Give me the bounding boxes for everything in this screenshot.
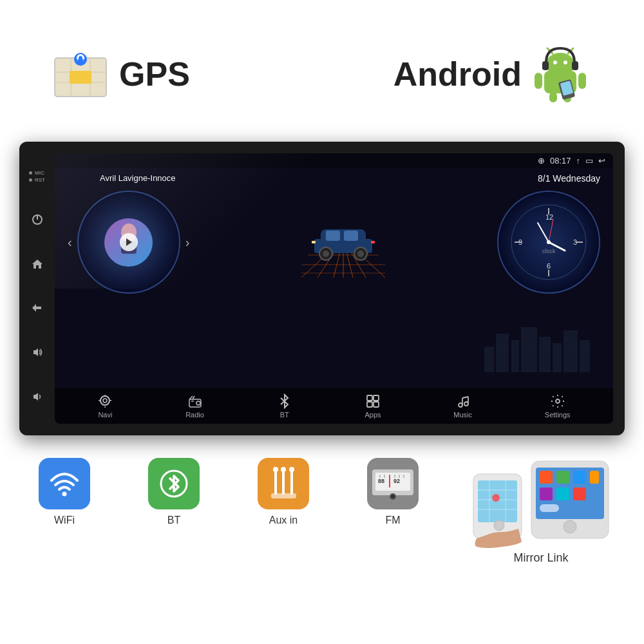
svg-rect-73 bbox=[564, 330, 578, 372]
city-bg bbox=[484, 308, 600, 372]
navi-label: Navi bbox=[98, 411, 112, 419]
nav-settings[interactable]: Settings bbox=[545, 393, 571, 419]
svg-rect-90 bbox=[374, 402, 379, 407]
svg-rect-89 bbox=[367, 402, 372, 407]
status-bar: ⊕ 08:17 ↑ ▭ ↩ bbox=[55, 153, 613, 168]
svg-rect-82 bbox=[189, 399, 201, 407]
wifi-icon-box bbox=[39, 458, 90, 509]
svg-point-96 bbox=[556, 399, 560, 403]
svg-rect-67 bbox=[484, 346, 494, 372]
time-display: 08:17 bbox=[550, 156, 571, 166]
car-visualization bbox=[301, 207, 385, 278]
front-phone-icon bbox=[470, 471, 535, 548]
svg-rect-46 bbox=[344, 231, 358, 241]
nav-apps[interactable]: Apps bbox=[365, 393, 381, 419]
window-icon: ▭ bbox=[585, 156, 593, 166]
aux-feature: Aux in bbox=[251, 458, 316, 526]
svg-rect-45 bbox=[326, 231, 340, 241]
nav-music[interactable]: Music bbox=[453, 393, 472, 419]
nav-navi[interactable]: Navi bbox=[97, 393, 113, 419]
fm-label: FM bbox=[385, 515, 400, 526]
svg-rect-69 bbox=[511, 340, 519, 372]
svg-text:88: 88 bbox=[378, 478, 384, 484]
power-button[interactable] bbox=[27, 209, 48, 230]
gps-label: GPS bbox=[119, 55, 190, 93]
fm-feature: 88 92 FM bbox=[361, 458, 425, 526]
aux-icon-box bbox=[258, 458, 309, 509]
svg-point-77 bbox=[103, 399, 107, 402]
svg-line-95 bbox=[462, 397, 468, 398]
volume-up-button[interactable] bbox=[27, 342, 48, 363]
svg-point-66 bbox=[547, 240, 551, 244]
prev-track-button[interactable]: ‹ bbox=[68, 235, 72, 250]
top-section: GPS Android bbox=[0, 0, 644, 142]
svg-point-102 bbox=[281, 467, 286, 472]
svg-rect-51 bbox=[312, 241, 316, 243]
nav-radio[interactable]: Radio bbox=[185, 393, 204, 419]
svg-rect-72 bbox=[553, 343, 562, 372]
navi-icon bbox=[97, 393, 113, 409]
fm-icon-box: 88 92 bbox=[367, 458, 419, 509]
svg-rect-123 bbox=[573, 471, 586, 484]
svg-point-100 bbox=[273, 467, 278, 472]
date-display: 8/1 Wednesday bbox=[538, 173, 600, 184]
music-icon bbox=[455, 393, 471, 409]
play-button[interactable] bbox=[120, 233, 138, 251]
nav-bt[interactable]: BT bbox=[277, 393, 292, 419]
back-button[interactable] bbox=[27, 298, 48, 318]
svg-point-12 bbox=[553, 61, 557, 64]
svg-text:92: 92 bbox=[393, 478, 400, 484]
svg-text:clock: clock bbox=[542, 248, 556, 254]
android-label: Android bbox=[393, 55, 522, 93]
svg-text:6: 6 bbox=[547, 262, 551, 270]
svg-rect-16 bbox=[535, 73, 542, 89]
svg-point-118 bbox=[391, 495, 395, 498]
wifi-icon bbox=[48, 471, 80, 497]
svg-rect-5 bbox=[70, 71, 91, 84]
aux-label: Aux in bbox=[269, 515, 298, 526]
svg-rect-88 bbox=[374, 395, 379, 401]
svg-point-104 bbox=[289, 467, 294, 472]
svg-text:12: 12 bbox=[545, 213, 553, 221]
svg-rect-121 bbox=[540, 471, 553, 484]
bt-label: BT bbox=[280, 411, 289, 419]
gps-map-icon bbox=[52, 45, 109, 103]
svg-point-11 bbox=[546, 53, 574, 76]
svg-marker-29 bbox=[33, 393, 38, 401]
svg-point-76 bbox=[100, 396, 109, 405]
android-section: Android bbox=[393, 42, 592, 106]
home-button[interactable] bbox=[27, 254, 48, 274]
apps-label: Apps bbox=[365, 411, 381, 419]
next-track-button[interactable]: › bbox=[185, 235, 190, 250]
svg-marker-28 bbox=[33, 348, 38, 356]
volume-down-button[interactable] bbox=[27, 386, 48, 407]
car-screen[interactable]: ⊕ 08:17 ↑ ▭ ↩ Avril Lavigne-Innoce 8/1 W… bbox=[55, 153, 613, 424]
music-player-widget: ‹ › bbox=[68, 191, 189, 294]
svg-point-138 bbox=[494, 520, 504, 531]
radio-label: Radio bbox=[185, 411, 204, 419]
bt-icon-box bbox=[148, 458, 200, 509]
svg-point-92 bbox=[464, 402, 468, 406]
svg-rect-127 bbox=[573, 488, 586, 500]
gps-section: GPS bbox=[52, 45, 190, 103]
signal-icon: ↑ bbox=[576, 156, 581, 166]
svg-point-83 bbox=[196, 401, 200, 405]
svg-rect-105 bbox=[271, 493, 296, 498]
svg-rect-68 bbox=[496, 334, 509, 372]
svg-rect-71 bbox=[539, 337, 551, 372]
svg-rect-126 bbox=[556, 488, 569, 500]
svg-rect-21 bbox=[572, 61, 578, 70]
mirror-link-label: Mirror Link bbox=[513, 551, 568, 565]
android-icon bbox=[528, 42, 592, 106]
widgets-row: Avril Lavigne-Innoce 8/1 Wednesday ‹ bbox=[55, 168, 613, 316]
rst-label: RST bbox=[35, 177, 45, 183]
wifi-feature: WiFi bbox=[32, 458, 97, 526]
svg-rect-74 bbox=[580, 340, 590, 372]
music-label: Music bbox=[453, 411, 472, 419]
settings-label: Settings bbox=[545, 411, 571, 419]
bt-nav-icon bbox=[277, 393, 292, 409]
left-panel: MIC RST bbox=[19, 153, 55, 424]
svg-point-129 bbox=[564, 520, 576, 533]
svg-rect-128 bbox=[540, 504, 559, 512]
bt-feature: BT bbox=[142, 458, 206, 526]
